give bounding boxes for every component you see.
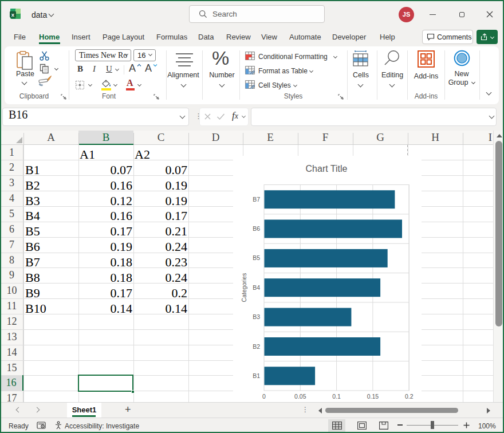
svg-text:0: 0 [262, 393, 266, 400]
svg-text:0.05: 0.05 [294, 393, 306, 400]
svg-text:B1: B1 [253, 372, 260, 379]
svg-text:B4: B4 [253, 284, 260, 291]
svg-text:0.15: 0.15 [367, 393, 379, 400]
svg-text:B5: B5 [253, 254, 260, 261]
svg-text:B7: B7 [253, 196, 260, 203]
svg-text:B2: B2 [253, 343, 260, 350]
svg-text:0.2: 0.2 [405, 393, 414, 400]
svg-text:Chart Title: Chart Title [306, 164, 348, 174]
svg-text:0.1: 0.1 [332, 393, 341, 400]
svg-text:Categories: Categories [241, 273, 247, 302]
svg-text:B3: B3 [253, 313, 260, 320]
svg-text:x: x [11, 11, 15, 18]
svg-text:B6: B6 [253, 225, 260, 232]
